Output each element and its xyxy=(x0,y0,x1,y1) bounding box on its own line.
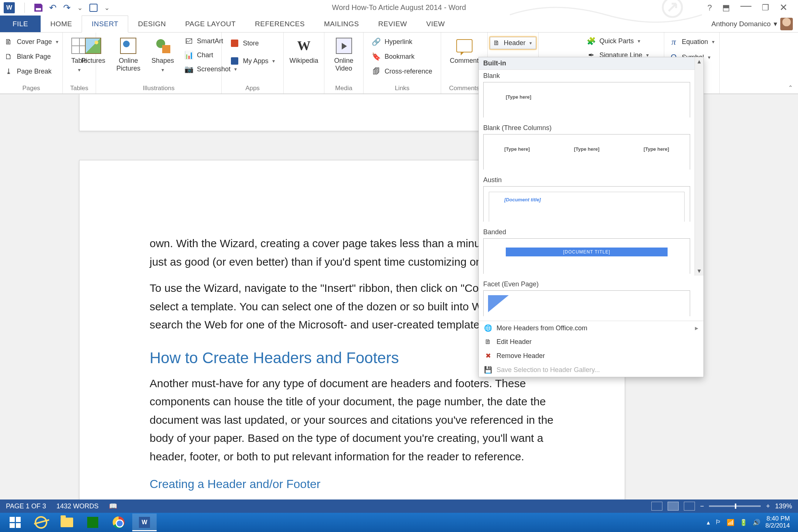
account-area[interactable]: Anthony Domanico ▾ xyxy=(711,16,798,32)
store-icon xyxy=(230,39,239,48)
status-spellcheck-icon[interactable]: 📖 xyxy=(109,502,117,510)
gallery-item-austin[interactable]: Austin [Document title] xyxy=(479,174,695,226)
remove-header[interactable]: ✖ Remove Header xyxy=(479,349,703,363)
group-wikipedia: WWikipedia xyxy=(284,33,324,93)
header-button[interactable]: 🗎 Header ▾ xyxy=(490,37,536,49)
save-gallery-icon: 💾 xyxy=(484,366,492,374)
tab-references[interactable]: REFERENCES xyxy=(245,16,314,32)
wikipedia-icon: W xyxy=(295,37,313,55)
ribbon-tabs: FILE HOME INSERT DESIGN PAGE LAYOUT REFE… xyxy=(0,16,798,33)
cross-reference-button[interactable]: 🗐Cross-reference xyxy=(371,66,434,77)
tab-home[interactable]: HOME xyxy=(41,16,82,32)
avatar[interactable] xyxy=(780,18,793,30)
chart-icon: 📊 xyxy=(184,51,193,59)
gallery-item-facet-even[interactable]: Facet (Even Page) xyxy=(479,278,695,321)
tray-flag-icon[interactable]: 🏳 xyxy=(715,519,722,526)
tray-overflow-icon[interactable]: ▴ xyxy=(707,519,710,526)
zoom-level[interactable]: 139% xyxy=(775,502,792,510)
edit-header[interactable]: 🗎 Edit Header xyxy=(479,335,703,349)
gallery-item-banded[interactable]: Banded [DOCUMENT TITLE] xyxy=(479,226,695,278)
scroll-up-icon[interactable]: ▴ xyxy=(695,57,703,66)
online-pictures-button[interactable]: Online Pictures xyxy=(114,35,143,75)
tab-file[interactable]: FILE xyxy=(0,16,41,32)
tray-clock[interactable]: 8:40 PM 8/2/2014 xyxy=(765,515,790,529)
gallery-footer: 🌐 More Headers from Office.com ▸ 🗎 Edit … xyxy=(479,321,703,377)
qat-customize-icon[interactable]: ⌄ xyxy=(77,4,83,12)
quick-parts-button[interactable]: 🧩Quick Parts xyxy=(585,35,650,47)
status-page[interactable]: PAGE 1 OF 3 xyxy=(6,502,46,510)
account-dropdown-icon[interactable]: ▾ xyxy=(774,20,777,28)
taskbar-ie[interactable] xyxy=(29,514,53,531)
quick-parts-icon: 🧩 xyxy=(587,37,596,45)
scroll-down-icon[interactable]: ▾ xyxy=(695,267,703,276)
page-break-button[interactable]: ⤓Page Break xyxy=(3,66,59,77)
touch-mode-icon[interactable] xyxy=(89,4,98,12)
group-label-pages: Pages xyxy=(22,83,40,92)
start-button[interactable] xyxy=(3,514,27,531)
zoom-in-icon[interactable]: + xyxy=(766,502,770,510)
word-app-icon[interactable]: W xyxy=(4,2,15,13)
blank-page-button[interactable]: 🗋Blank Page xyxy=(3,51,59,62)
tray-volume-icon[interactable]: 🔊 xyxy=(753,519,760,526)
cover-page-button[interactable]: 🗎Cover Page xyxy=(3,36,59,47)
gallery-item-blank[interactable]: Blank [Type here] xyxy=(479,70,695,122)
shapes-button[interactable]: Shapes xyxy=(149,35,176,75)
taskbar-explorer[interactable] xyxy=(55,514,79,531)
gallery-item-blank-three-columns[interactable]: Blank (Three Columns) [Type here] [Type … xyxy=(479,122,695,174)
facet-triangle-icon xyxy=(488,295,509,312)
tab-mailings[interactable]: MAILINGS xyxy=(314,16,369,32)
view-web-layout[interactable] xyxy=(684,502,695,511)
status-word-count[interactable]: 1432 WORDS xyxy=(57,502,99,510)
tab-design[interactable]: DESIGN xyxy=(128,16,175,32)
more-headers-office-com[interactable]: 🌐 More Headers from Office.com ▸ xyxy=(479,321,703,335)
heading-3[interactable]: Creating a Header and/or Footer xyxy=(150,474,555,494)
store-button[interactable]: Store xyxy=(229,38,276,49)
group-apps: Store My Apps Apps xyxy=(222,33,284,93)
ribbon-display-icon[interactable]: ⬒ xyxy=(722,3,730,13)
view-print-layout[interactable] xyxy=(668,502,679,511)
group-pages: 🗎Cover Page 🗋Blank Page ⤓Page Break Page… xyxy=(0,33,63,93)
qat-dropdown-icon[interactable]: ⌄ xyxy=(104,4,110,12)
save-selection-to-gallery: 💾 Save Selection to Header Gallery... xyxy=(479,363,703,377)
tab-page-layout[interactable]: PAGE LAYOUT xyxy=(175,16,245,32)
header-icon: 🗎 xyxy=(493,39,500,47)
gallery-scrollbar[interactable]: ▴ ▾ xyxy=(695,57,703,276)
svg-point-0 xyxy=(663,0,682,17)
taskbar-store[interactable] xyxy=(81,514,105,531)
pictures-button[interactable]: Pictures xyxy=(79,35,108,75)
taskbar-chrome[interactable] xyxy=(106,514,131,531)
online-pictures-icon xyxy=(120,38,136,54)
online-video-button[interactable]: Online Video xyxy=(329,35,359,74)
my-apps-button[interactable]: My Apps xyxy=(229,55,276,66)
save-icon[interactable] xyxy=(34,4,42,12)
restore-icon[interactable]: ❐ xyxy=(762,3,769,13)
minimize-icon[interactable]: — xyxy=(740,0,751,12)
tray-network-icon[interactable]: 📶 xyxy=(727,519,734,526)
undo-icon[interactable]: ↶ xyxy=(49,3,57,13)
comment-button[interactable]: Comment xyxy=(447,35,481,66)
collapse-ribbon-icon[interactable]: ⌃ xyxy=(788,84,793,91)
tab-view[interactable]: VIEW xyxy=(417,16,455,32)
taskbar-word[interactable]: W xyxy=(132,514,157,531)
tab-insert[interactable]: INSERT xyxy=(82,16,128,33)
group-links: 🔗Hyperlink 🔖Bookmark 🗐Cross-reference Li… xyxy=(364,33,441,93)
equation-icon: π xyxy=(669,37,678,46)
tray-battery-icon[interactable]: 🔋 xyxy=(740,519,747,526)
hyperlink-button[interactable]: 🔗Hyperlink xyxy=(371,36,434,47)
ie-icon xyxy=(33,515,49,530)
redo-icon[interactable]: ↷ xyxy=(63,3,71,13)
zoom-out-icon[interactable]: − xyxy=(700,502,704,510)
submenu-arrow-icon: ▸ xyxy=(695,324,698,332)
help-icon[interactable]: ? xyxy=(707,3,712,13)
bookmark-button[interactable]: 🔖Bookmark xyxy=(371,51,434,62)
smartart-icon: 🗠 xyxy=(184,37,193,45)
wikipedia-button[interactable]: WWikipedia xyxy=(287,35,320,66)
close-icon[interactable]: ✕ xyxy=(780,2,788,13)
window-controls: ? ⬒ — ❐ ✕ xyxy=(707,1,798,14)
view-read-mode[interactable] xyxy=(651,502,662,511)
body-paragraph[interactable]: Another must-have for any type of docume… xyxy=(150,374,555,466)
system-tray: ▴ 🏳 📶 🔋 🔊 8:40 PM 8/2/2014 xyxy=(707,515,795,529)
tab-review[interactable]: REVIEW xyxy=(369,16,417,32)
equation-button[interactable]: πEquation xyxy=(668,36,716,47)
zoom-slider[interactable] xyxy=(709,505,761,507)
